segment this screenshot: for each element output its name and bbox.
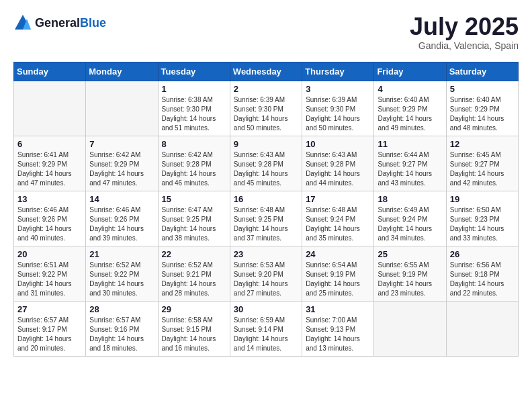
calendar-cell: 21Sunrise: 6:52 AM Sunset: 9:22 PM Dayli… [86, 246, 158, 301]
day-number: 18 [378, 194, 442, 204]
header-sunday: Sunday [14, 62, 86, 81]
day-info: Sunrise: 6:57 AM Sunset: 9:17 PM Dayligh… [17, 316, 82, 353]
day-number: 23 [234, 249, 298, 259]
calendar-cell [446, 301, 518, 356]
calendar-cell [374, 301, 446, 356]
day-info: Sunrise: 6:40 AM Sunset: 9:29 PM Dayligh… [450, 95, 515, 133]
page-header: GeneralBlue July 2025 Gandia, Valencia, … [13, 13, 519, 51]
header-thursday: Thursday [302, 62, 374, 81]
day-info: Sunrise: 6:43 AM Sunset: 9:28 PM Dayligh… [234, 150, 298, 188]
calendar-cell: 3Sunrise: 6:39 AM Sunset: 9:30 PM Daylig… [302, 81, 374, 136]
calendar-cell: 28Sunrise: 6:57 AM Sunset: 9:16 PM Dayli… [86, 301, 158, 356]
day-info: Sunrise: 6:39 AM Sunset: 9:30 PM Dayligh… [306, 95, 370, 133]
calendar-cell: 11Sunrise: 6:44 AM Sunset: 9:27 PM Dayli… [374, 136, 446, 191]
logo-general: General [35, 16, 80, 30]
day-number: 14 [89, 194, 154, 204]
day-info: Sunrise: 6:56 AM Sunset: 9:18 PM Dayligh… [450, 261, 515, 298]
day-number: 2 [234, 84, 298, 94]
weekday-header-row: Sunday Monday Tuesday Wednesday Thursday… [14, 62, 519, 81]
week-row-3: 13Sunrise: 6:46 AM Sunset: 9:26 PM Dayli… [14, 191, 519, 246]
calendar-cell: 12Sunrise: 6:45 AM Sunset: 9:27 PM Dayli… [446, 136, 518, 191]
header-monday: Monday [86, 62, 158, 81]
day-info: Sunrise: 6:38 AM Sunset: 9:30 PM Dayligh… [162, 95, 226, 133]
day-info: Sunrise: 6:40 AM Sunset: 9:29 PM Dayligh… [378, 95, 442, 133]
header-saturday: Saturday [446, 62, 518, 81]
day-number: 10 [306, 139, 370, 149]
day-info: Sunrise: 6:58 AM Sunset: 9:15 PM Dayligh… [162, 316, 226, 353]
calendar-cell: 5Sunrise: 6:40 AM Sunset: 9:29 PM Daylig… [446, 81, 518, 136]
day-info: Sunrise: 6:59 AM Sunset: 9:14 PM Dayligh… [234, 316, 298, 353]
calendar-cell: 2Sunrise: 6:39 AM Sunset: 9:30 PM Daylig… [230, 81, 302, 136]
day-number: 30 [234, 304, 298, 314]
day-info: Sunrise: 6:45 AM Sunset: 9:27 PM Dayligh… [450, 150, 515, 188]
calendar-cell: 15Sunrise: 6:47 AM Sunset: 9:25 PM Dayli… [158, 191, 230, 246]
calendar-cell: 16Sunrise: 6:48 AM Sunset: 9:25 PM Dayli… [230, 191, 302, 246]
calendar-cell: 24Sunrise: 6:54 AM Sunset: 9:19 PM Dayli… [302, 246, 374, 301]
day-number: 22 [162, 249, 226, 259]
calendar-cell: 29Sunrise: 6:58 AM Sunset: 9:15 PM Dayli… [158, 301, 230, 356]
day-info: Sunrise: 6:46 AM Sunset: 9:26 PM Dayligh… [17, 205, 82, 243]
week-row-5: 27Sunrise: 6:57 AM Sunset: 9:17 PM Dayli… [14, 301, 519, 356]
week-row-4: 20Sunrise: 6:51 AM Sunset: 9:22 PM Dayli… [14, 246, 519, 301]
calendar-cell: 26Sunrise: 6:56 AM Sunset: 9:18 PM Dayli… [446, 246, 518, 301]
day-number: 13 [17, 194, 82, 204]
calendar-cell: 22Sunrise: 6:52 AM Sunset: 9:21 PM Dayli… [158, 246, 230, 301]
calendar-cell: 14Sunrise: 6:46 AM Sunset: 9:26 PM Dayli… [86, 191, 158, 246]
calendar-cell: 19Sunrise: 6:50 AM Sunset: 9:23 PM Dayli… [446, 191, 518, 246]
day-number: 27 [17, 304, 82, 314]
calendar-cell: 1Sunrise: 6:38 AM Sunset: 9:30 PM Daylig… [158, 81, 230, 136]
day-number: 17 [306, 194, 370, 204]
day-number: 7 [89, 139, 154, 149]
day-info: Sunrise: 6:53 AM Sunset: 9:20 PM Dayligh… [234, 261, 298, 298]
calendar-table: Sunday Monday Tuesday Wednesday Thursday… [13, 62, 519, 357]
day-number: 12 [450, 139, 515, 149]
day-info: Sunrise: 6:44 AM Sunset: 9:27 PM Dayligh… [378, 150, 442, 188]
week-row-1: 1Sunrise: 6:38 AM Sunset: 9:30 PM Daylig… [14, 81, 519, 136]
day-number: 15 [162, 194, 226, 204]
month-title: July 2025 [410, 13, 519, 40]
day-number: 11 [378, 139, 442, 149]
day-number: 19 [450, 194, 515, 204]
calendar-cell: 8Sunrise: 6:42 AM Sunset: 9:28 PM Daylig… [158, 136, 230, 191]
day-info: Sunrise: 6:57 AM Sunset: 9:16 PM Dayligh… [89, 316, 154, 353]
day-number: 26 [450, 249, 515, 259]
calendar-cell: 4Sunrise: 6:40 AM Sunset: 9:29 PM Daylig… [374, 81, 446, 136]
day-info: Sunrise: 6:48 AM Sunset: 9:25 PM Dayligh… [234, 205, 298, 243]
calendar-cell: 10Sunrise: 6:43 AM Sunset: 9:28 PM Dayli… [302, 136, 374, 191]
day-info: Sunrise: 6:46 AM Sunset: 9:26 PM Dayligh… [89, 205, 154, 243]
day-info: Sunrise: 6:54 AM Sunset: 9:19 PM Dayligh… [306, 261, 370, 298]
day-number: 9 [234, 139, 298, 149]
day-info: Sunrise: 6:49 AM Sunset: 9:24 PM Dayligh… [378, 205, 442, 243]
day-number: 4 [378, 84, 442, 94]
logo-text: GeneralBlue [35, 16, 106, 30]
week-row-2: 6Sunrise: 6:41 AM Sunset: 9:29 PM Daylig… [14, 136, 519, 191]
calendar-cell [86, 81, 158, 136]
calendar-cell: 25Sunrise: 6:55 AM Sunset: 9:19 PM Dayli… [374, 246, 446, 301]
header-wednesday: Wednesday [230, 62, 302, 81]
day-number: 29 [162, 304, 226, 314]
day-info: Sunrise: 6:50 AM Sunset: 9:23 PM Dayligh… [450, 205, 515, 243]
day-info: Sunrise: 6:39 AM Sunset: 9:30 PM Dayligh… [234, 95, 298, 133]
day-info: Sunrise: 7:00 AM Sunset: 9:13 PM Dayligh… [306, 316, 370, 353]
calendar-cell: 13Sunrise: 6:46 AM Sunset: 9:26 PM Dayli… [14, 191, 86, 246]
calendar-cell [14, 81, 86, 136]
day-info: Sunrise: 6:52 AM Sunset: 9:22 PM Dayligh… [89, 261, 154, 298]
calendar-cell: 31Sunrise: 7:00 AM Sunset: 9:13 PM Dayli… [302, 301, 374, 356]
calendar-cell: 6Sunrise: 6:41 AM Sunset: 9:29 PM Daylig… [14, 136, 86, 191]
day-number: 20 [17, 249, 82, 259]
day-number: 1 [162, 84, 226, 94]
calendar-cell: 20Sunrise: 6:51 AM Sunset: 9:22 PM Dayli… [14, 246, 86, 301]
day-info: Sunrise: 6:43 AM Sunset: 9:28 PM Dayligh… [306, 150, 370, 188]
day-number: 3 [306, 84, 370, 94]
day-number: 25 [378, 249, 442, 259]
day-number: 21 [89, 249, 154, 259]
calendar-cell: 18Sunrise: 6:49 AM Sunset: 9:24 PM Dayli… [374, 191, 446, 246]
location-subtitle: Gandia, Valencia, Spain [410, 40, 519, 51]
header-tuesday: Tuesday [158, 62, 230, 81]
logo: GeneralBlue [13, 13, 106, 32]
day-number: 28 [89, 304, 154, 314]
day-number: 16 [234, 194, 298, 204]
calendar-cell: 17Sunrise: 6:48 AM Sunset: 9:24 PM Dayli… [302, 191, 374, 246]
calendar-cell: 23Sunrise: 6:53 AM Sunset: 9:20 PM Dayli… [230, 246, 302, 301]
calendar-cell: 7Sunrise: 6:42 AM Sunset: 9:29 PM Daylig… [86, 136, 158, 191]
